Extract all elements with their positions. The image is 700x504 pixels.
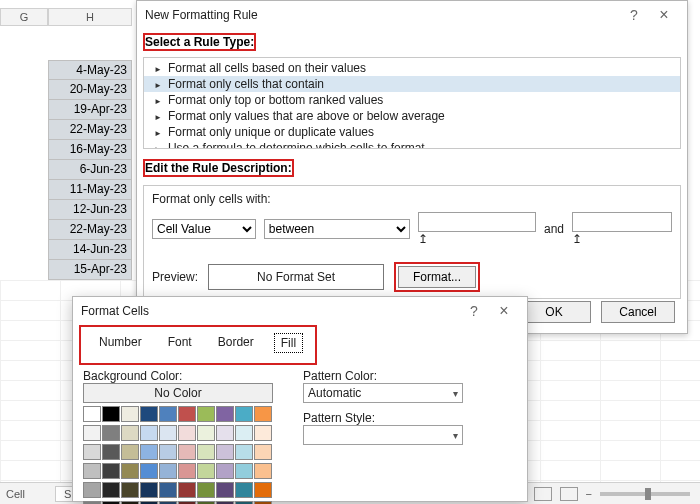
range-picker-icon[interactable]: ↥ (572, 232, 672, 246)
color-swatch[interactable] (254, 444, 272, 460)
color-swatch[interactable] (121, 463, 139, 479)
color-swatch[interactable] (83, 406, 101, 422)
rule-type-list[interactable]: Format all cells based on their valuesFo… (143, 57, 681, 149)
color-swatch[interactable] (216, 444, 234, 460)
color-swatch[interactable] (102, 482, 120, 498)
color-swatch[interactable] (235, 406, 253, 422)
condition-operator-select[interactable]: between (264, 219, 410, 239)
color-swatch[interactable] (140, 482, 158, 498)
color-swatch[interactable] (235, 482, 253, 498)
tab-font[interactable]: Font (162, 333, 198, 353)
color-swatch[interactable] (140, 425, 158, 441)
close-icon[interactable]: × (649, 6, 679, 24)
color-swatch[interactable] (121, 444, 139, 460)
color-swatch[interactable] (197, 482, 215, 498)
range-picker-icon[interactable]: ↥ (418, 232, 536, 246)
background-color-label: Background Color: (83, 369, 273, 383)
color-swatch[interactable] (235, 444, 253, 460)
column-header-h[interactable]: H (48, 8, 132, 26)
color-swatch[interactable] (197, 425, 215, 441)
edit-rule-description-label: Edit the Rule Description: (143, 159, 294, 177)
close-icon[interactable]: × (489, 302, 519, 320)
no-color-button[interactable]: No Color (83, 383, 273, 403)
color-swatch[interactable] (216, 425, 234, 441)
cell[interactable]: 11-May-23 (48, 180, 132, 200)
color-swatch[interactable] (159, 425, 177, 441)
color-swatch[interactable] (159, 406, 177, 422)
cell[interactable]: 4-May-23 (48, 60, 132, 80)
color-swatch[interactable] (216, 406, 234, 422)
cell[interactable]: 22-May-23 (48, 220, 132, 240)
zoom-out-icon[interactable]: − (586, 488, 592, 500)
color-swatch[interactable] (83, 444, 101, 460)
tab-border[interactable]: Border (212, 333, 260, 353)
cell[interactable]: 20-May-23 (48, 80, 132, 100)
color-swatch[interactable] (159, 482, 177, 498)
color-swatch[interactable] (254, 482, 272, 498)
column-header-g[interactable]: G (0, 8, 48, 26)
color-swatch[interactable] (121, 425, 139, 441)
cell[interactable]: 22-May-23 (48, 120, 132, 140)
color-swatch[interactable] (235, 425, 253, 441)
cell[interactable]: 15-Apr-23 (48, 260, 132, 280)
color-swatch[interactable] (102, 463, 120, 479)
rule-type-item[interactable]: Format only cells that contain (144, 76, 680, 92)
condition-value-2-input[interactable] (572, 212, 672, 232)
condition-value-1-input[interactable] (418, 212, 536, 232)
color-swatch[interactable] (102, 406, 120, 422)
color-swatch[interactable] (178, 444, 196, 460)
color-swatch[interactable] (178, 425, 196, 441)
color-swatch[interactable] (121, 482, 139, 498)
color-swatch[interactable] (235, 463, 253, 479)
chevron-down-icon: ▾ (453, 430, 458, 441)
zoom-slider[interactable] (600, 492, 690, 496)
rule-type-item[interactable]: Format all cells based on their values (144, 60, 680, 76)
rule-type-item[interactable]: Format only values that are above or bel… (144, 108, 680, 124)
pattern-style-select[interactable]: ▾ (303, 425, 463, 445)
color-swatch[interactable] (140, 463, 158, 479)
color-swatch[interactable] (102, 444, 120, 460)
cell[interactable]: 14-Jun-23 (48, 240, 132, 260)
color-swatch[interactable] (83, 482, 101, 498)
help-icon[interactable]: ? (459, 303, 489, 319)
color-swatch[interactable] (159, 444, 177, 460)
color-swatch[interactable] (254, 463, 272, 479)
color-swatch[interactable] (178, 406, 196, 422)
tab-number[interactable]: Number (93, 333, 148, 353)
cell[interactable]: 19-Apr-23 (48, 100, 132, 120)
color-swatch[interactable] (178, 482, 196, 498)
color-swatch[interactable] (140, 406, 158, 422)
color-swatch[interactable] (216, 482, 234, 498)
color-swatch[interactable] (254, 425, 272, 441)
condition-target-select[interactable]: Cell Value (152, 219, 256, 239)
cell[interactable]: 6-Jun-23 (48, 160, 132, 180)
view-page-break-icon[interactable] (560, 487, 578, 501)
cell[interactable]: 12-Jun-23 (48, 200, 132, 220)
color-swatch[interactable] (102, 425, 120, 441)
rule-type-item[interactable]: Use a formula to determine which cells t… (144, 140, 680, 149)
cancel-button[interactable]: Cancel (601, 301, 675, 323)
color-swatch[interactable] (159, 463, 177, 479)
rule-type-item[interactable]: Format only top or bottom ranked values (144, 92, 680, 108)
color-swatch[interactable] (140, 444, 158, 460)
ok-button[interactable]: OK (517, 301, 591, 323)
selected-cell-range[interactable]: 4-May-2320-May-2319-Apr-2322-May-2316-Ma… (48, 60, 132, 280)
cell[interactable]: 16-May-23 (48, 140, 132, 160)
color-swatch[interactable] (254, 406, 272, 422)
help-icon[interactable]: ? (619, 7, 649, 23)
format-button[interactable]: Format... (398, 266, 476, 288)
color-swatch[interactable] (197, 444, 215, 460)
color-swatch[interactable] (83, 425, 101, 441)
color-swatch[interactable] (216, 463, 234, 479)
color-swatch[interactable] (121, 406, 139, 422)
view-page-layout-icon[interactable] (534, 487, 552, 501)
status-cell-label: Cell (6, 488, 25, 500)
pattern-color-select[interactable]: Automatic▾ (303, 383, 463, 403)
preview-label: Preview: (152, 270, 198, 284)
color-swatch[interactable] (178, 463, 196, 479)
rule-type-item[interactable]: Format only unique or duplicate values (144, 124, 680, 140)
color-swatch[interactable] (83, 463, 101, 479)
tab-fill[interactable]: Fill (274, 333, 303, 353)
color-swatch[interactable] (197, 463, 215, 479)
color-swatch[interactable] (197, 406, 215, 422)
